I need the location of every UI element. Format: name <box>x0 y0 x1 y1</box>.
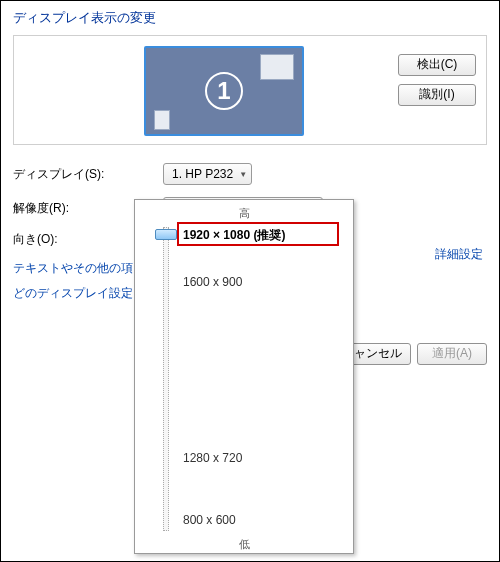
chevron-down-icon: ▼ <box>239 170 247 179</box>
resolution-option[interactable]: 1600 x 900 <box>183 275 242 289</box>
monitor-preview[interactable]: 1 <box>144 46 304 136</box>
preview-window-icon <box>260 54 294 80</box>
page-heading: ディスプレイ表示の変更 <box>13 9 487 27</box>
resolution-option-recommended[interactable]: 1920 × 1080 (推奨) <box>183 227 285 244</box>
resolution-option[interactable]: 1280 x 720 <box>183 451 242 465</box>
resolution-slider-thumb[interactable] <box>155 229 177 240</box>
slider-low-label: 低 <box>143 537 345 552</box>
display-dropdown-value: 1. HP P232 <box>172 167 233 181</box>
identify-button[interactable]: 識別(I) <box>398 84 476 106</box>
display-label: ディスプレイ(S): <box>13 166 163 183</box>
monitor-number-badge: 1 <box>205 72 243 110</box>
resolution-flyout: 高 1920 × 1080 (推奨) 1600 x 900 1280 x 720… <box>134 199 354 554</box>
resolution-option[interactable]: 800 x 600 <box>183 513 236 527</box>
apply-button: 適用(A) <box>417 343 487 365</box>
advanced-settings-link[interactable]: 詳細設定 <box>435 246 483 263</box>
display-preview-panel: 1 検出(C) 識別(I) <box>13 35 487 145</box>
preview-page-icon <box>154 110 170 130</box>
resolution-slider-track[interactable] <box>163 227 169 531</box>
display-dropdown[interactable]: 1. HP P232 ▼ <box>163 163 252 185</box>
slider-high-label: 高 <box>143 206 345 221</box>
detect-button[interactable]: 検出(C) <box>398 54 476 76</box>
